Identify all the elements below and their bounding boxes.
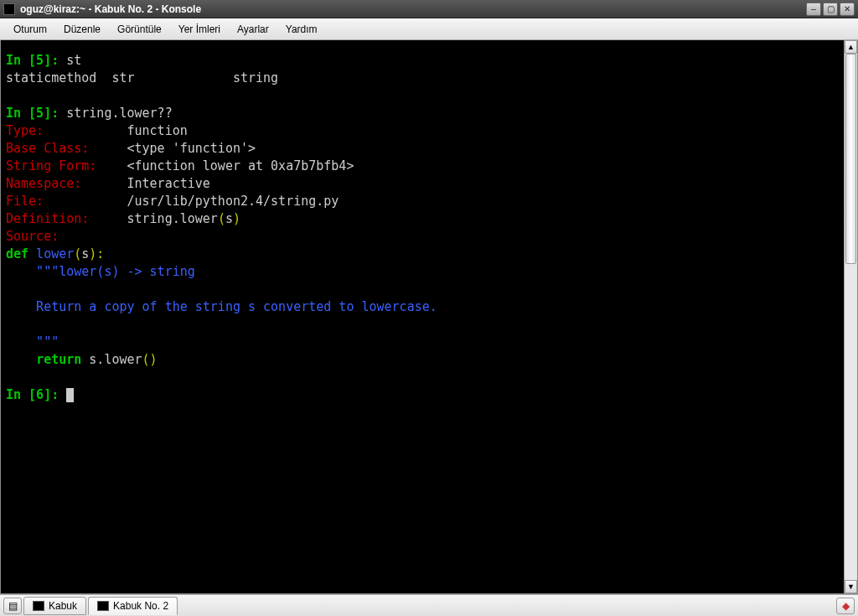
statusbar: ▤ Kabuk Kabuk No. 2 ◆	[0, 594, 858, 616]
completion-line: staticmethod str string	[6, 70, 278, 85]
cmd-text: st	[66, 53, 81, 68]
paren: (	[74, 246, 81, 261]
arg: s	[225, 211, 233, 226]
terminal-container: In [5]: st staticmethod str string In [5…	[0, 40, 858, 594]
terminal-icon	[97, 601, 109, 611]
info-value: string.lower	[89, 211, 218, 226]
info-value: <function lower at 0xa7b7bfb4>	[96, 158, 354, 173]
menubar: Oturum Düzenle Görüntüle Yer İmleri Ayar…	[0, 18, 858, 40]
menu-goruntule[interactable]: Görüntüle	[109, 20, 170, 39]
info-label: Type:	[6, 123, 44, 138]
menu-duzenle[interactable]: Düzenle	[55, 20, 109, 39]
maximize-button[interactable]: ▢	[823, 3, 838, 16]
func-name: lower	[28, 246, 74, 261]
paren: (	[218, 211, 225, 226]
new-tab-button[interactable]: ▤	[3, 598, 22, 614]
window-title: oguz@kiraz:~ - Kabuk No. 2 - Konsole	[20, 3, 806, 15]
window-controls: – ▢ ✕	[806, 3, 855, 16]
menu-oturum[interactable]: Oturum	[5, 20, 55, 39]
app-icon	[3, 3, 15, 15]
prompt: In [6]:	[6, 387, 66, 402]
cmd-text: string.lower??	[66, 106, 172, 121]
menu-yerimleri[interactable]: Yer İmleri	[170, 20, 229, 39]
docstring: Return a copy of the string s converted …	[6, 299, 437, 314]
tab-kabuk-2[interactable]: Kabuk No. 2	[88, 597, 178, 615]
vertical-scrollbar[interactable]: ▲ ▼	[844, 40, 857, 593]
scroll-track[interactable]	[845, 54, 857, 580]
expr: s.lower	[81, 352, 142, 367]
tab-label: Kabuk	[49, 600, 77, 612]
info-label: Definition:	[6, 211, 89, 226]
info-value: function	[44, 123, 188, 138]
info-label: String Form:	[6, 158, 96, 173]
info-value: /usr/lib/python2.4/string.py	[44, 194, 339, 209]
menu-yardim[interactable]: Yardım	[277, 20, 326, 39]
scroll-down-button[interactable]: ▼	[845, 580, 857, 593]
docstring: """	[6, 334, 59, 349]
info-label: Source:	[6, 229, 59, 244]
scroll-up-button[interactable]: ▲	[845, 40, 857, 54]
indent	[6, 352, 36, 367]
terminal-icon	[33, 601, 44, 611]
paren: ()	[142, 352, 158, 367]
paren: ):	[89, 246, 104, 261]
arg: s	[81, 246, 89, 261]
keyword: def	[6, 246, 28, 261]
scroll-thumb[interactable]	[845, 54, 856, 264]
new-tab-icon: ▤	[8, 600, 18, 612]
tab-kabuk-1[interactable]: Kabuk	[23, 597, 86, 615]
info-label: Namespace:	[6, 176, 81, 191]
menu-ayarlar[interactable]: Ayarlar	[229, 20, 277, 39]
keyword: return	[36, 352, 81, 367]
close-button[interactable]: ✕	[840, 3, 855, 16]
minimize-button[interactable]: –	[806, 3, 821, 16]
info-value: <type 'function'>	[89, 141, 256, 156]
gear-icon: ◆	[842, 600, 850, 612]
terminal[interactable]: In [5]: st staticmethod str string In [5…	[1, 40, 844, 593]
docstring: """lower(s) -> string	[6, 264, 195, 279]
info-label: File:	[6, 194, 44, 209]
info-value: Interactive	[81, 176, 210, 191]
prompt: In [5]:	[6, 106, 66, 121]
titlebar: oguz@kiraz:~ - Kabuk No. 2 - Konsole – ▢…	[0, 0, 858, 18]
cursor	[66, 388, 74, 402]
info-label: Base Class:	[6, 141, 89, 156]
prompt: In [5]:	[6, 53, 66, 68]
paren: )	[233, 211, 240, 226]
tab-label: Kabuk No. 2	[113, 600, 168, 612]
statusbar-action-button[interactable]: ◆	[836, 598, 855, 614]
